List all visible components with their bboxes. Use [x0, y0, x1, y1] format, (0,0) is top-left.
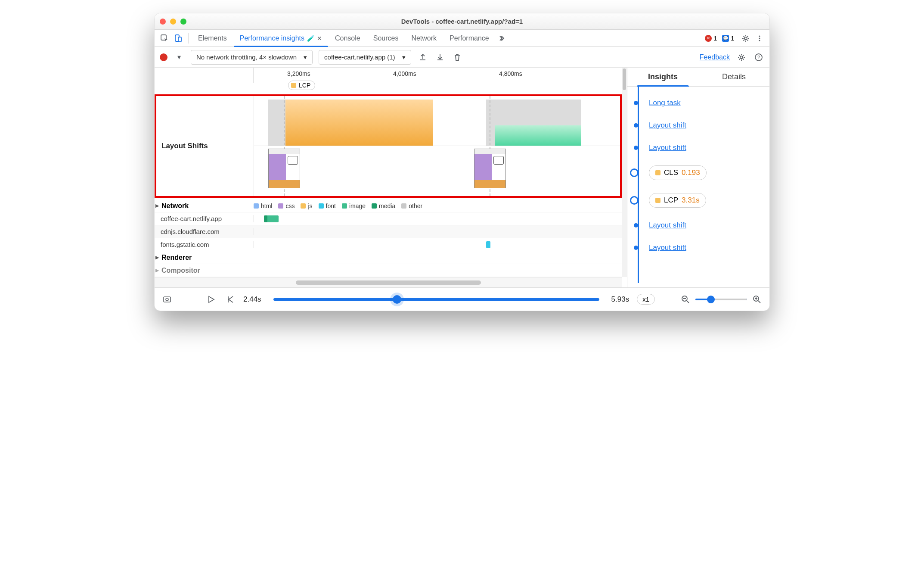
divider: [188, 33, 189, 44]
tab-network[interactable]: Network: [405, 30, 443, 47]
tab-label: Network: [411, 34, 437, 42]
insight-item[interactable]: Layout shift: [627, 114, 766, 137]
disclosure-triangle-icon[interactable]: ▶: [155, 268, 160, 273]
maximize-window-button[interactable]: [180, 19, 186, 25]
insight-item[interactable]: Long task: [627, 92, 766, 114]
time-start: 2.44s: [243, 295, 261, 304]
renderer-header[interactable]: ▶ Renderer: [155, 251, 622, 264]
renderer-label: Renderer: [161, 254, 254, 262]
network-header[interactable]: ▶ Network html css js font image media o…: [155, 199, 622, 212]
close-window-button[interactable]: [160, 19, 166, 25]
insight-item[interactable]: Layout shift: [627, 137, 766, 159]
seek-knob[interactable]: [393, 295, 401, 304]
errors-badge[interactable]: ✕ 1: [705, 35, 717, 42]
more-tabs-icon[interactable]: [496, 32, 509, 45]
tab-label: Elements: [198, 34, 227, 42]
side-tabs: Insights Details: [627, 68, 769, 87]
inspect-element-icon[interactable]: [158, 32, 171, 45]
messages-badge[interactable]: 💬 1: [722, 35, 734, 42]
zoom-in-icon[interactable]: [751, 294, 763, 305]
legend-media: media: [379, 202, 395, 209]
ruler-tick: 4,800ms: [499, 70, 522, 77]
screenshot-thumb[interactable]: [268, 149, 300, 188]
insights-toolbar: ▾ No network throttling, 4× slowdown ▾ c…: [155, 47, 769, 68]
insight-item[interactable]: Layout shift: [627, 237, 766, 259]
legend-css: css: [285, 202, 295, 209]
disclosure-triangle-icon[interactable]: ▶: [155, 255, 160, 260]
flask-icon: 🧪: [307, 35, 314, 42]
insight-link[interactable]: Layout shift: [649, 143, 686, 152]
insight-link[interactable]: Layout shift: [649, 221, 686, 229]
layout-shifts-label: Layout Shifts: [161, 142, 248, 150]
insight-metric[interactable]: CLS 0.193: [627, 159, 766, 187]
toggle-visibility-icon[interactable]: [161, 294, 173, 305]
delete-icon[interactable]: [452, 52, 463, 63]
compositor-header[interactable]: ▶ Compositor: [155, 264, 622, 277]
tab-sources[interactable]: Sources: [367, 30, 405, 47]
timeline-flame-row[interactable]: [254, 100, 620, 146]
tab-elements[interactable]: Elements: [192, 30, 233, 47]
panel-settings-icon[interactable]: [736, 52, 747, 63]
recording-select[interactable]: coffee-cart.netlify.app (1) ▾: [319, 50, 411, 65]
traffic-lights: [160, 19, 186, 25]
svg-text:?: ?: [757, 55, 760, 60]
screenshot-row: [254, 149, 620, 196]
screenshot-thumb[interactable]: [474, 149, 506, 188]
record-dropdown-icon[interactable]: ▾: [174, 52, 185, 63]
legend-image: image: [349, 202, 366, 209]
export-icon[interactable]: [417, 52, 428, 63]
lcp-color-icon: [291, 83, 296, 88]
kebab-menu-icon[interactable]: [753, 32, 766, 45]
network-section: ▶ Network html css js font image media o…: [155, 199, 622, 277]
tab-performance-insights[interactable]: Performance insights 🧪 ✕: [234, 30, 328, 47]
zoom-out-icon[interactable]: [680, 294, 691, 305]
help-icon[interactable]: ?: [753, 52, 764, 63]
throttle-select[interactable]: No network throttling, 4× slowdown ▾: [191, 50, 313, 65]
svg-point-3: [744, 37, 747, 40]
zoom-slider[interactable]: [695, 299, 747, 300]
ruler-tick: 3,200ms: [287, 70, 310, 77]
rewind-icon[interactable]: [224, 294, 236, 305]
lcp-marker-chip[interactable]: LCP: [288, 81, 315, 90]
svg-rect-2: [178, 37, 181, 42]
insight-item[interactable]: Layout shift: [627, 214, 766, 237]
tab-insights[interactable]: Insights: [627, 68, 698, 86]
insight-metric[interactable]: LCP 3.31s: [627, 187, 766, 214]
tab-performance[interactable]: Performance: [443, 30, 495, 47]
panel-tabstrip: Elements Performance insights 🧪 ✕ Consol…: [155, 30, 769, 47]
playback-speed[interactable]: x1: [637, 294, 655, 305]
horizontal-scrollbar[interactable]: [155, 277, 622, 287]
network-host-row[interactable]: fonts.gstatic.com: [155, 238, 622, 251]
insight-link[interactable]: Layout shift: [649, 243, 686, 252]
seek-slider[interactable]: [273, 298, 599, 301]
tab-console[interactable]: Console: [329, 30, 366, 47]
network-label: Network: [161, 202, 254, 210]
insight-link[interactable]: Long task: [649, 99, 681, 107]
svg-point-11: [166, 298, 168, 301]
import-icon[interactable]: [434, 52, 446, 63]
error-icon: ✕: [705, 35, 712, 42]
feedback-link[interactable]: Feedback: [700, 53, 730, 61]
settings-icon[interactable]: [739, 32, 752, 45]
titlebar: DevTools - coffee-cart.netlify.app/?ad=1: [155, 13, 769, 30]
timeline-panel[interactable]: 3,200ms 4,000ms 4,800ms LCP Layout Shift…: [155, 68, 627, 287]
devtools-window: DevTools - coffee-cart.netlify.app/?ad=1…: [154, 13, 770, 311]
disclosure-triangle-icon[interactable]: ▶: [155, 203, 160, 209]
host-label: coffee-cart.netlify.app: [155, 215, 254, 222]
network-host-row[interactable]: coffee-cart.netlify.app: [155, 212, 622, 225]
legend-html: html: [261, 202, 272, 209]
zoom-knob[interactable]: [707, 296, 715, 303]
device-toolbar-icon[interactable]: [172, 32, 185, 45]
host-label: fonts.gstatic.com: [155, 241, 254, 248]
insights-list[interactable]: Long task Layout shift Layout shift CLS …: [627, 87, 769, 287]
play-icon[interactable]: [205, 294, 217, 305]
record-button[interactable]: [160, 53, 167, 61]
metric-color-icon: [655, 170, 660, 175]
insight-link[interactable]: Layout shift: [649, 121, 686, 129]
network-host-row[interactable]: cdnjs.cloudflare.com: [155, 225, 622, 238]
minimize-window-button[interactable]: [170, 19, 176, 25]
vertical-scrollbar[interactable]: [622, 68, 627, 277]
close-tab-icon[interactable]: ✕: [317, 35, 322, 42]
tab-details[interactable]: Details: [698, 68, 769, 86]
window-title: DevTools - coffee-cart.netlify.app/?ad=1: [155, 18, 769, 25]
